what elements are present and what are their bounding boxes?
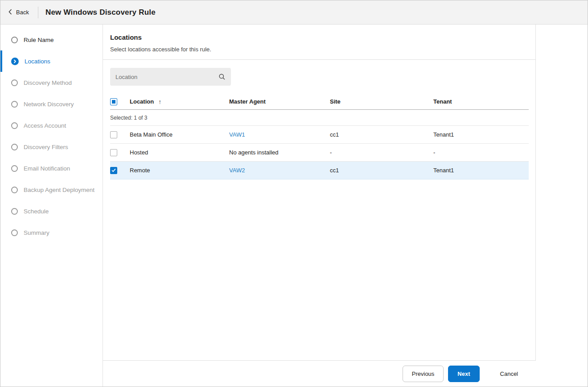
tenant-value: Tenant1: [433, 131, 454, 138]
wizard-header: Back New Windows Discovery Rule: [0, 0, 588, 25]
site-cell: -: [330, 149, 433, 156]
column-header-tenant[interactable]: Tenant: [433, 98, 529, 105]
locations-table-body: Beta Main OfficeVAW1cc1Tenant1HostedNo a…: [110, 126, 529, 179]
step-circle-icon: [11, 122, 18, 129]
step-label: Rule Name: [24, 37, 54, 43]
wizard-footer: Previous Next Cancel: [103, 360, 536, 387]
sidebar-step-discovery-filters[interactable]: Discovery Filters: [0, 136, 103, 158]
main-column: Locations Select locations accessible fo…: [103, 25, 588, 387]
wizard-steps-sidebar: Rule NameLocationsDiscovery MethodNetwor…: [0, 25, 103, 387]
sidebar-step-email-notification[interactable]: Email Notification: [0, 158, 103, 179]
header-divider: [38, 7, 38, 18]
site-value: -: [330, 149, 332, 156]
chevron-left-icon: [8, 9, 12, 16]
tenant-value: Tenant1: [433, 167, 454, 174]
select-all-checkbox[interactable]: [110, 98, 117, 105]
row-checkbox[interactable]: [110, 149, 117, 156]
section-subtitle: Select locations accessible for this rul…: [110, 46, 528, 53]
location-row-remote[interactable]: RemoteVAW2cc1Tenant1: [110, 162, 529, 179]
tenant-cell: Tenant1: [433, 131, 529, 138]
step-label: Discovery Filters: [24, 144, 68, 150]
sidebar-step-summary[interactable]: Summary: [0, 222, 103, 243]
location-cell: Beta Main Office: [130, 131, 229, 138]
step-label: Email Notification: [24, 165, 70, 172]
step-circle-icon: [11, 208, 18, 215]
step-circle-icon: [11, 144, 18, 150]
selection-summary: Selected: 1 of 3: [110, 115, 529, 121]
step-label: Discovery Method: [24, 79, 72, 86]
master-agent-cell: No agents installed: [229, 149, 330, 156]
master-agent-link[interactable]: VAW1: [229, 131, 245, 138]
site-value: cc1: [330, 131, 339, 138]
previous-button[interactable]: Previous: [403, 366, 444, 382]
section-title: Locations: [110, 33, 528, 41]
master-agent-cell: VAW2: [229, 167, 330, 174]
locations-table: Location ↑ Master Agent Site Tenant: [110, 94, 529, 179]
column-header-site[interactable]: Site: [330, 98, 433, 105]
cancel-button[interactable]: Cancel: [491, 366, 527, 382]
next-button[interactable]: Next: [448, 366, 479, 382]
wizard-layout: Rule NameLocationsDiscovery MethodNetwor…: [0, 25, 588, 387]
master-agent-link[interactable]: VAW2: [229, 167, 245, 174]
sidebar-step-network-discovery[interactable]: Network Discovery: [0, 93, 103, 115]
row-checkbox[interactable]: [110, 131, 117, 138]
sidebar-step-rule-name[interactable]: Rule Name: [0, 29, 103, 50]
location-name: Remote: [130, 167, 150, 174]
step-label: Summary: [24, 229, 49, 236]
master-agent-text: No agents installed: [229, 149, 279, 156]
tenant-value: -: [433, 149, 435, 156]
location-row-beta-main-office[interactable]: Beta Main OfficeVAW1cc1Tenant1: [110, 126, 529, 144]
row-checkbox-cell: [110, 167, 130, 174]
location-name: Beta Main Office: [130, 131, 173, 138]
search-icon: [218, 73, 226, 80]
step-circle-icon: [11, 187, 18, 193]
location-search-input[interactable]: [115, 74, 218, 80]
wizard-window: Back New Windows Discovery Rule Rule Nam…: [0, 0, 588, 387]
step-label: Locations: [25, 58, 50, 65]
row-checkbox-cell: [110, 149, 130, 156]
step-circle-icon: [11, 101, 18, 108]
column-header-location-label: Location: [130, 98, 154, 105]
row-checkbox-checked[interactable]: [110, 167, 117, 174]
location-cell: Remote: [130, 167, 229, 174]
site-cell: cc1: [330, 131, 433, 138]
site-value: cc1: [330, 167, 339, 174]
location-cell: Hosted: [130, 149, 229, 156]
tenant-cell: -: [433, 149, 529, 156]
step-label: Network Discovery: [24, 101, 74, 108]
column-header-master-agent[interactable]: Master Agent: [229, 98, 330, 105]
active-step-chevron-icon: [11, 58, 19, 65]
sort-ascending-icon[interactable]: ↑: [158, 98, 161, 105]
back-button[interactable]: Back: [8, 6, 32, 19]
location-row-hosted[interactable]: HostedNo agents installed--: [110, 144, 529, 162]
step-circle-icon: [11, 79, 18, 86]
tenant-cell: Tenant1: [433, 167, 529, 174]
step-label: Backup Agent Deployment: [24, 187, 95, 193]
section-body: Location ↑ Master Agent Site Tenant: [103, 60, 535, 187]
site-cell: cc1: [330, 167, 433, 174]
sidebar-step-backup-agent-deployment[interactable]: Backup Agent Deployment: [0, 179, 103, 200]
location-search[interactable]: [110, 68, 231, 86]
step-circle-icon: [11, 229, 18, 236]
table-header-row: Location ↑ Master Agent Site Tenant: [110, 94, 529, 110]
sidebar-step-discovery-method[interactable]: Discovery Method: [0, 72, 103, 93]
content-pane: Locations Select locations accessible fo…: [103, 25, 536, 360]
step-label: Schedule: [24, 208, 49, 215]
row-checkbox-cell: [110, 131, 130, 138]
column-header-location[interactable]: Location ↑: [130, 98, 229, 105]
sidebar-step-access-account[interactable]: Access Account: [0, 115, 103, 136]
page-title: New Windows Discovery Rule: [45, 8, 156, 17]
step-circle-icon: [11, 165, 18, 172]
step-label: Access Account: [24, 122, 66, 129]
step-circle-icon: [11, 37, 18, 43]
sidebar-step-schedule[interactable]: Schedule: [0, 200, 103, 222]
back-label: Back: [16, 9, 29, 16]
sidebar-step-locations[interactable]: Locations: [0, 50, 103, 72]
master-agent-cell: VAW1: [229, 131, 330, 138]
section-header: Locations Select locations accessible fo…: [103, 25, 535, 60]
location-name: Hosted: [130, 149, 148, 156]
selection-summary-row: Selected: 1 of 3: [110, 110, 529, 126]
